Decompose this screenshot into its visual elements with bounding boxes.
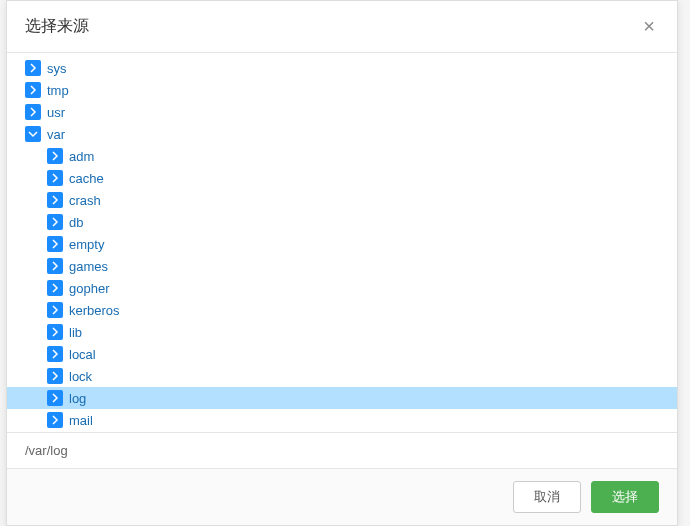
tree-item-label: db [69, 215, 83, 230]
tree-item-usr[interactable]: usr [7, 101, 677, 123]
tree-item-local[interactable]: local [7, 343, 677, 365]
dialog-header: 选择来源 × [7, 1, 677, 53]
chevron-right-icon[interactable] [47, 280, 63, 296]
tree-item-empty[interactable]: empty [7, 233, 677, 255]
chevron-right-icon[interactable] [47, 148, 63, 164]
tree-item-label: local [69, 347, 96, 362]
tree-item-label: adm [69, 149, 94, 164]
cancel-button[interactable]: 取消 [513, 481, 581, 513]
tree-item-label: mail [69, 413, 93, 428]
dialog-footer: 取消 选择 [7, 468, 677, 525]
tree-item-label: lock [69, 369, 92, 384]
tree-item-var[interactable]: var [7, 123, 677, 145]
tree-item-label: lib [69, 325, 82, 340]
chevron-right-icon[interactable] [25, 82, 41, 98]
tree-item-mail[interactable]: mail [7, 409, 677, 431]
chevron-right-icon[interactable] [47, 192, 63, 208]
tree-item-label: empty [69, 237, 104, 252]
chevron-right-icon[interactable] [47, 346, 63, 362]
tree-item-lib[interactable]: lib [7, 321, 677, 343]
close-button[interactable]: × [639, 15, 659, 38]
tree-item-gopher[interactable]: gopher [7, 277, 677, 299]
tree-item-label: gopher [69, 281, 109, 296]
select-button[interactable]: 选择 [591, 481, 659, 513]
tree-item-kerberos[interactable]: kerberos [7, 299, 677, 321]
chevron-right-icon[interactable] [47, 324, 63, 340]
tree-item-log[interactable]: log [7, 387, 677, 409]
tree-item-label: sys [47, 61, 67, 76]
tree-item-label: cache [69, 171, 104, 186]
chevron-right-icon[interactable] [25, 60, 41, 76]
tree-item-db[interactable]: db [7, 211, 677, 233]
chevron-right-icon[interactable] [47, 214, 63, 230]
tree-item-lock[interactable]: lock [7, 365, 677, 387]
chevron-right-icon[interactable] [47, 412, 63, 428]
tree-item-label: var [47, 127, 65, 142]
tree-item-games[interactable]: games [7, 255, 677, 277]
tree-item-label: log [69, 391, 86, 406]
directory-tree[interactable]: systmpusrvaradmcachecrashdbemptygamesgop… [7, 53, 677, 432]
tree-item-nis[interactable]: nis [7, 431, 677, 432]
chevron-right-icon[interactable] [47, 258, 63, 274]
tree-item-label: games [69, 259, 108, 274]
tree-item-label: tmp [47, 83, 69, 98]
tree-item-label: usr [47, 105, 65, 120]
chevron-down-icon[interactable] [25, 126, 41, 142]
chevron-right-icon[interactable] [47, 390, 63, 406]
tree-item-crash[interactable]: crash [7, 189, 677, 211]
source-selector-dialog: 选择来源 × systmpusrvaradmcachecrashdbemptyg… [6, 0, 678, 526]
chevron-right-icon[interactable] [47, 170, 63, 186]
tree-item-adm[interactable]: adm [7, 145, 677, 167]
chevron-right-icon[interactable] [47, 302, 63, 318]
tree-item-sys[interactable]: sys [7, 57, 677, 79]
chevron-right-icon[interactable] [25, 104, 41, 120]
chevron-right-icon[interactable] [47, 236, 63, 252]
chevron-right-icon[interactable] [47, 368, 63, 384]
tree-item-label: crash [69, 193, 101, 208]
tree-item-tmp[interactable]: tmp [7, 79, 677, 101]
selected-path: /var/log [7, 432, 677, 468]
tree-item-label: kerberos [69, 303, 120, 318]
dialog-title: 选择来源 [25, 16, 89, 37]
tree-item-cache[interactable]: cache [7, 167, 677, 189]
